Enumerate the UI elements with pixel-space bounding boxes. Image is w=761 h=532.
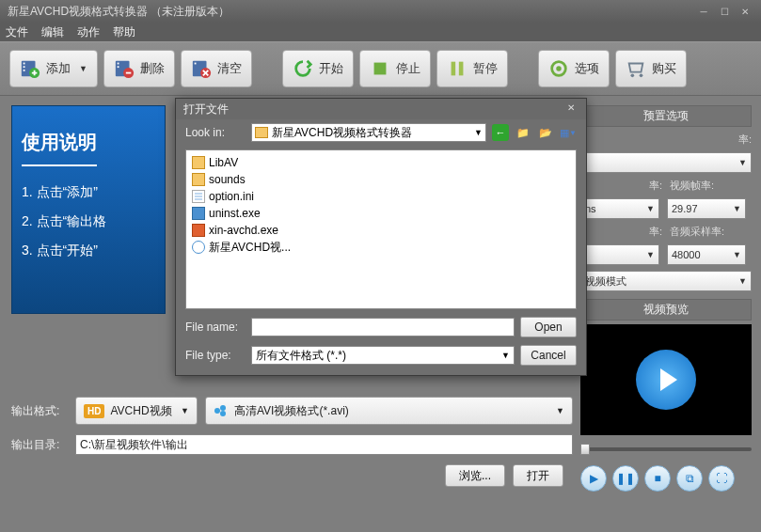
svg-rect-3 [24, 70, 25, 71]
player-snapshot-button[interactable]: ⧉ [676, 465, 703, 492]
file-item[interactable]: LibAV [192, 154, 570, 171]
output-dir-label: 输出目录: [11, 437, 68, 453]
minimize-button[interactable]: ─ [695, 5, 712, 18]
svg-point-16 [556, 66, 562, 71]
delete-button[interactable]: 删除 [103, 50, 175, 87]
ie-icon [192, 241, 205, 254]
filetype-dropdown[interactable]: 所有文件格式 (*.*)▼ [251, 346, 515, 365]
nav-up-button[interactable]: 📁 [515, 124, 531, 141]
toolbar: 添加▼ 删除 清空 开始 停止 暂停 选项 [0, 41, 761, 96]
videomode-dropdown[interactable]: 视频模式▼ [580, 271, 752, 291]
svg-rect-10 [195, 63, 197, 65]
fps-label: 视频帧率: [670, 179, 752, 193]
dialog-title: 打开文件 [183, 102, 229, 117]
play-preview-icon[interactable] [636, 350, 696, 410]
filetype-label: File type: [185, 349, 246, 362]
svg-point-17 [630, 74, 634, 78]
add-button[interactable]: 添加▼ [9, 50, 98, 87]
svg-point-21 [220, 411, 226, 416]
video-preview [580, 324, 752, 435]
svg-rect-6 [118, 63, 119, 65]
menu-file[interactable]: 文件 [6, 24, 28, 40]
open-file-dialog: 打开文件 ✕ Look in: 新星AVCHD视频格式转换器 ▼ ← 📁 📂 ▦… [175, 98, 587, 376]
player-play-button[interactable]: ▶ [580, 465, 607, 492]
svg-rect-13 [452, 62, 456, 76]
filename-input[interactable] [251, 318, 515, 336]
menu-edit[interactable]: 编辑 [41, 24, 64, 40]
instruction-header: 使用说明 [22, 121, 97, 166]
film-add-icon [20, 58, 40, 79]
lookin-dropdown[interactable]: 新星AVCHD视频格式转换器 ▼ [251, 123, 486, 142]
film-delete-icon [114, 58, 135, 79]
menubar: 文件 编辑 动作 帮助 [0, 23, 761, 41]
player-pause-button[interactable]: ❚❚ [612, 465, 639, 492]
nav-newfolder-button[interactable]: 📂 [537, 124, 554, 141]
window-title: 新星AVCHD视频格式转换器 （未注册版本） [8, 4, 230, 20]
dialog-cancel-button[interactable]: Cancel [520, 345, 577, 366]
options-button[interactable]: 选项 [538, 50, 610, 87]
nav-back-button[interactable]: ← [492, 124, 509, 141]
fps-dropdown[interactable]: 29.97▼ [667, 198, 746, 219]
menu-help[interactable]: 帮助 [113, 24, 135, 40]
gear-icon [548, 58, 569, 79]
file-list[interactable]: LibAVsoundsoption.iniuninst.exexin-avchd… [185, 149, 577, 309]
file-item[interactable]: option.ini [192, 188, 570, 205]
player-stop-button[interactable]: ■ [644, 465, 671, 492]
instruction-step-1: 1. 点击“添加” [22, 178, 155, 207]
bitrate-dropdown[interactable]: ▼ [580, 244, 659, 265]
file-item[interactable]: uninst.exe [192, 205, 570, 222]
svg-rect-12 [374, 63, 387, 75]
output-format-selector-1[interactable]: HD AVCHD视频 ▼ [75, 397, 198, 425]
lookin-label: Look in: [185, 126, 246, 139]
dialog-open-button[interactable]: Open [520, 317, 577, 337]
nav-viewmode-button[interactable]: ▦▼ [560, 124, 577, 141]
svg-rect-2 [24, 66, 25, 68]
preset-header: 预置选项 [580, 105, 752, 127]
file-item[interactable]: 新星AVCHD视... [192, 239, 570, 256]
dialog-close-button[interactable]: ✕ [563, 102, 579, 116]
stop-button[interactable]: 停止 [359, 50, 431, 87]
output-dir-input[interactable] [75, 434, 573, 455]
close-button-window[interactable]: ✕ [737, 5, 753, 18]
folder-icon [192, 156, 205, 169]
player-fullscreen-button[interactable]: ⛶ [708, 465, 735, 492]
samplerate-label: 音频采样率: [670, 225, 752, 239]
file-item[interactable]: sounds [192, 171, 570, 188]
preview-header: 视频预览 [580, 299, 752, 321]
preset-dropdown-1[interactable]: ▼ [580, 152, 752, 173]
dialog-titlebar: 打开文件 ✕ [176, 99, 586, 119]
svg-rect-7 [118, 66, 119, 68]
svg-point-19 [214, 408, 220, 414]
instruction-step-3: 3. 点击“开始” [22, 236, 155, 265]
instruction-step-2: 2. 点击“输出格 [22, 207, 155, 236]
output-format-selector-2[interactable]: 高清AVI视频格式(*.avi) ▼ [205, 397, 573, 425]
folder-icon [255, 127, 268, 138]
cart-icon [626, 58, 646, 79]
svg-rect-1 [24, 63, 25, 65]
hd-badge: HD [84, 404, 104, 418]
clear-button[interactable]: 清空 [181, 50, 252, 87]
pause-button[interactable]: 暂停 [436, 50, 508, 87]
browse-button[interactable]: 浏览... [445, 464, 505, 487]
svg-rect-14 [459, 62, 464, 76]
start-button[interactable]: 开始 [282, 50, 354, 87]
titlebar: 新星AVCHD视频格式转换器 （未注册版本） ─ ☐ ✕ [0, 0, 761, 23]
sidebar: 预置选项 率: ▼ 率: 视频帧率: ns▼ 29.97▼ 率: 音频采样率: … [580, 105, 752, 492]
format-icon [214, 403, 229, 418]
output-format-label: 输出格式: [11, 403, 68, 419]
buy-button[interactable]: 购买 [615, 50, 687, 87]
svg-point-20 [220, 405, 226, 411]
refresh-icon [293, 58, 313, 79]
pause-icon [447, 58, 468, 79]
ns-dropdown[interactable]: ns▼ [580, 198, 659, 219]
open-output-button[interactable]: 打开 [513, 464, 563, 487]
file-item[interactable]: xin-avchd.exe [192, 222, 570, 239]
menu-action[interactable]: 动作 [77, 24, 100, 40]
filename-label: File name: [185, 321, 246, 334]
maximize-button[interactable]: ☐ [716, 5, 733, 18]
samplerate-dropdown[interactable]: 48000▼ [667, 244, 746, 265]
svg-point-18 [640, 74, 643, 78]
exe-icon [192, 207, 205, 220]
ini-icon [192, 190, 205, 203]
seek-slider[interactable] [580, 441, 752, 458]
